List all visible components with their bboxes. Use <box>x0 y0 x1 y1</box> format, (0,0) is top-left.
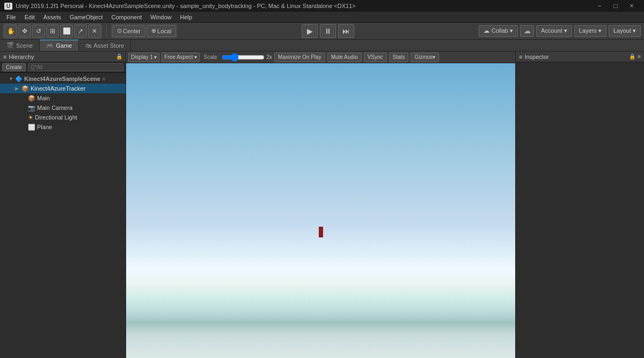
plane-label: Plane <box>37 124 52 130</box>
transform-tool[interactable]: ↗ <box>74 25 87 38</box>
gizmos-arrow: ▾ <box>433 54 435 60</box>
menu-edit[interactable]: Edit <box>20 13 39 21</box>
account-button[interactable]: Account ▾ <box>536 25 572 37</box>
hierarchy-tree: ▼ 🔷 Kinect4AzureSampleScene ≡ ▶ 📦 Kinect… <box>0 73 126 358</box>
custom-tool[interactable]: ✕ <box>88 25 101 38</box>
gizmos-btn[interactable]: Gizmos ▾ <box>411 53 439 62</box>
hierarchy-search-input[interactable] <box>28 63 123 71</box>
toolbar-right: ☁ Collab ▾ ☁ Account ▾ Layers ▾ Layout ▾ <box>479 25 641 37</box>
hierarchy-lock-icon[interactable]: 🔒 <box>116 54 122 59</box>
view-tabs: 🎬 Scene 🎮 Game 🛍 Asset Store <box>0 40 644 51</box>
game-canvas <box>126 63 515 358</box>
hierarchy-header: ≡ Hierarchy 🔒 <box>0 51 126 62</box>
scale-label: Scale <box>202 54 219 60</box>
display-arrow: ▾ <box>154 54 157 60</box>
light-icon: ☀ <box>28 114 33 121</box>
menu-gameobject[interactable]: GameObject <box>65 13 107 21</box>
create-button[interactable]: Create <box>2 63 26 71</box>
tab-scene[interactable]: 🎬 Scene <box>0 40 40 51</box>
main-label: Main <box>37 95 50 101</box>
inspector-panel: ≡ Inspector 🔒 ≡ <box>515 51 644 358</box>
tree-main[interactable]: 📦 Main <box>0 93 126 103</box>
aspect-dropdown[interactable]: Free Aspect ▾ <box>162 53 199 62</box>
menu-file[interactable]: File <box>2 13 20 21</box>
rotate-tool[interactable]: ↺ <box>32 25 45 38</box>
display-dropdown[interactable]: Display 1 ▾ <box>128 53 159 62</box>
minimize-button[interactable]: − <box>591 0 608 12</box>
pause-button[interactable]: ⏸ <box>320 24 336 38</box>
collab-button[interactable]: ☁ Collab ▾ <box>479 25 518 37</box>
title-bar: U Unity 2019.1.2f1 Personal - Kinect4Azu… <box>0 0 644 12</box>
center-button[interactable]: ⊙ Center <box>112 25 145 37</box>
inspector-title: Inspector <box>524 54 548 60</box>
inspector-icon: ≡ <box>519 54 522 60</box>
inspector-menu-icon[interactable]: ≡ <box>638 54 641 59</box>
scene-options-icon[interactable]: ≡ <box>103 76 106 82</box>
inspector-title-group: ≡ Inspector <box>519 54 549 60</box>
mute-audio-btn[interactable]: Mute Audio <box>327 53 362 62</box>
game-icon: 🎮 <box>46 42 54 49</box>
inspector-lock-icon[interactable]: 🔒 <box>629 54 635 59</box>
camera-icon: 📷 <box>28 105 35 111</box>
scene-icon: 🎬 <box>6 42 14 49</box>
scene-root-label: Kinect4AzureSampleScene <box>24 76 100 82</box>
tab-asset-store[interactable]: 🛍 Asset Store <box>79 40 131 51</box>
tree-directional-light[interactable]: ☀ Directional Light <box>0 113 126 122</box>
tree-scene-root[interactable]: ▼ 🔷 Kinect4AzureSampleScene ≡ <box>0 74 126 84</box>
max-on-play-label: Maximize On Play <box>278 54 321 60</box>
maximize-button[interactable]: □ <box>608 0 624 12</box>
move-tool[interactable]: ✥ <box>18 25 31 38</box>
menu-window[interactable]: Window <box>146 13 175 21</box>
scale-slider[interactable] <box>222 55 265 60</box>
tree-plane[interactable]: ⬜ Plane <box>0 122 126 132</box>
collab-label: Collab ▾ <box>492 27 513 34</box>
cloud-button[interactable]: ☁ <box>520 25 534 37</box>
tracker-icon: 📦 <box>21 85 29 92</box>
aspect-label: Free Aspect <box>164 54 193 60</box>
stats-label: Stats <box>393 54 405 60</box>
rect-tool[interactable]: ⬜ <box>60 25 73 38</box>
inspector-actions: 🔒 ≡ <box>629 54 641 59</box>
step-button[interactable]: ⏭ <box>338 24 354 38</box>
hierarchy-panel: ≡ Hierarchy 🔒 Create ▼ 🔷 Kinect4AzureSam… <box>0 51 126 358</box>
main-layout: ≡ Hierarchy 🔒 Create ▼ 🔷 Kinect4AzureSam… <box>0 51 644 358</box>
scene-root-icon: 🔷 <box>15 76 23 83</box>
hand-tool[interactable]: ✋ <box>4 25 17 38</box>
hierarchy-panel-icon: ≡ <box>3 54 6 60</box>
gizmos-label: Gizmos <box>414 54 433 60</box>
tracker-expand-arrow[interactable]: ▶ <box>15 86 21 91</box>
window-controls[interactable]: − □ × <box>591 0 640 12</box>
close-button[interactable]: × <box>624 0 640 12</box>
menu-help[interactable]: Help <box>175 13 196 21</box>
collab-icon: ☁ <box>484 27 489 34</box>
scene-tab-label: Scene <box>16 42 33 49</box>
stats-btn[interactable]: Stats <box>389 53 409 62</box>
display-label: Display 1 <box>131 54 153 60</box>
maximize-on-play-btn[interactable]: Maximize On Play <box>274 53 325 62</box>
vsync-btn[interactable]: VSync <box>364 53 387 62</box>
hierarchy-title: Hierarchy <box>9 54 34 60</box>
layout-button[interactable]: Layout ▾ <box>609 25 641 37</box>
tree-main-camera[interactable]: 📷 Main Camera <box>0 103 126 113</box>
menu-component[interactable]: Component <box>107 13 146 21</box>
layout-label: Layout ▾ <box>613 27 636 34</box>
tab-game[interactable]: 🎮 Game <box>40 40 79 51</box>
tree-kinect-tracker[interactable]: ▶ 📦 Kinect4AzureTracker <box>0 84 126 93</box>
scale-tool[interactable]: ⊞ <box>46 25 59 38</box>
plane-icon: ⬜ <box>28 124 35 131</box>
camera-label: Main Camera <box>37 105 72 111</box>
scene-expand-arrow[interactable]: ▼ <box>9 76 15 81</box>
unity-logo: U <box>4 3 12 10</box>
game-view-panel: Display 1 ▾ Free Aspect ▾ Scale 2x Maxim… <box>126 51 515 358</box>
play-button[interactable]: ▶ <box>302 24 318 38</box>
local-label: Local <box>157 28 171 34</box>
local-button[interactable]: ⊕ Local <box>147 25 176 37</box>
menu-assets[interactable]: Assets <box>39 13 65 21</box>
window-title: Unity 2019.1.2f1 Personal - Kinect4Azure… <box>16 3 355 9</box>
inspector-header: ≡ Inspector 🔒 ≡ <box>516 51 644 62</box>
scale-value: 2x <box>267 54 273 60</box>
layers-button[interactable]: Layers ▾ <box>574 25 606 37</box>
layers-label: Layers ▾ <box>579 27 602 34</box>
transform-tools: ✋ ✥ ↺ ⊞ ⬜ ↗ ✕ <box>3 24 102 39</box>
center-label: Center <box>123 28 141 34</box>
